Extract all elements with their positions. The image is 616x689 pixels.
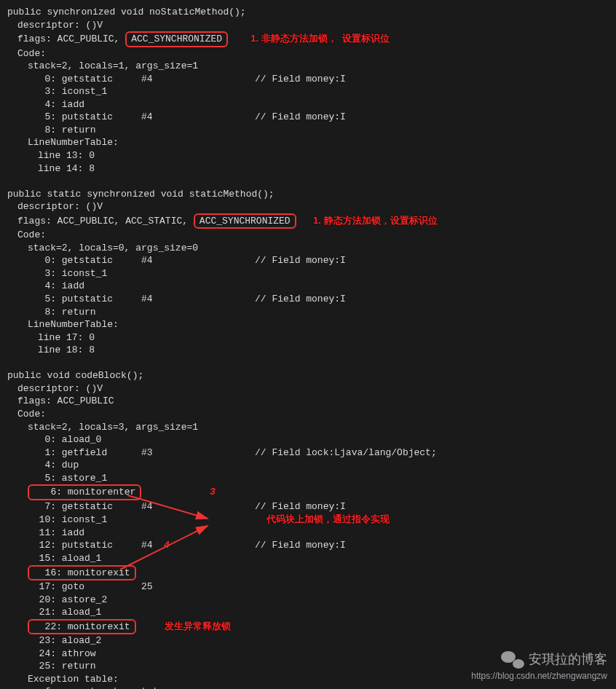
m1-ln1: line 14: 8 — [7, 162, 609, 176]
m2-l2: 4: iadd — [7, 280, 609, 293]
m3-exh: from to target type — [7, 685, 609, 689]
watermark-name: 安琪拉的博客 — [529, 650, 607, 668]
m3-monitorenter-box: 6: monitorenter — [28, 484, 141, 500]
m2-l1: 3: iconst_1 — [7, 267, 609, 280]
arrow-num-4: 4 — [164, 539, 170, 552]
m3-flags: flags: ACC_PUBLIC — [7, 395, 609, 408]
m3-l14: 22: monitorexit 发生异常释放锁 — [7, 619, 609, 635]
m3-l10: 16: monitorexit — [7, 565, 609, 581]
m3-ex-anno: 发生异常释放锁 — [165, 621, 231, 631]
watermark: 安琪拉的博客 https://blog.csdn.net/zhengwangzw — [471, 650, 607, 682]
m2-ln1: line 18: 8 — [7, 344, 609, 357]
m3-l8: 12: putstatic #4 // Field money:I4 — [7, 539, 609, 552]
m2-l3: 5: putstatic #4 // Field money:I — [7, 293, 609, 306]
m3-monitorexit1-box: 16: monitorexit — [28, 565, 136, 581]
m1-ln0: line 13: 0 — [7, 149, 609, 162]
m1-flags-box: ACC_SYNCHRONIZED — [125, 31, 228, 47]
m3-desc: descriptor: ()V — [7, 382, 609, 395]
m2-sig: public static synchronized void staticMe… — [7, 188, 609, 201]
m3-l5: 7: getstatic #4 // Field money:I — [7, 500, 609, 513]
m1-l4: 8: return — [7, 124, 609, 137]
m2-l0: 0: getstatic #4 // Field money:I — [7, 254, 609, 267]
wechat-icon — [501, 650, 524, 669]
m1-l2: 4: iadd — [7, 98, 609, 111]
m1-sig: public synchronized void noStaticMethod(… — [7, 6, 609, 19]
m1-desc: descriptor: ()V — [7, 19, 609, 32]
m1-anno: 1. 非静态方法加锁， 设置标识位 — [250, 33, 390, 44]
m3-l12: 20: astore_2 — [7, 594, 609, 607]
m2-l4: 8: return — [7, 306, 609, 319]
m3-stack: stack=2, locals=3, args_size=1 — [7, 421, 609, 434]
m3-l11: 17: goto 25 — [7, 580, 609, 594]
m1-flags-prefix: flags: ACC_PUBLIC, — [17, 34, 125, 44]
arrow-num-3: 3 — [210, 487, 216, 497]
m3-l15: 23: aload_2 — [7, 634, 609, 647]
m3-l7: 11: iadd — [7, 527, 609, 540]
m3-sig: public void codeBlock(); — [7, 369, 609, 382]
m1-flags: flags: ACC_PUBLIC, ACC_SYNCHRONIZED 1. 非… — [7, 31, 609, 47]
m3-l3: 5: astore_1 — [7, 472, 609, 485]
watermark-url: https://blog.csdn.net/zhengwangzw — [471, 670, 607, 682]
m2-stack: stack=2, locals=0, args_size=0 — [7, 242, 609, 255]
m1-l0: 0: getstatic #4 // Field money:I — [7, 73, 609, 86]
m1-lnt: LineNumberTable: — [7, 136, 609, 149]
m2-ln0: line 17: 0 — [7, 331, 609, 344]
m2-flags-box: ACC_SYNCHRONIZED — [194, 213, 296, 229]
m2-flags: flags: ACC_PUBLIC, ACC_STATIC, ACC_SYNCH… — [7, 213, 609, 229]
m3-l9: 15: aload_1 — [7, 552, 609, 565]
m2-flags-prefix: flags: ACC_PUBLIC, ACC_STATIC, — [17, 216, 194, 227]
m3-l13: 21: aload_1 — [7, 606, 609, 619]
m1-l1: 3: iconst_1 — [7, 85, 609, 98]
m2-anno: 1. 静态方法加锁，设置标识位 — [313, 215, 437, 226]
m2-desc: descriptor: ()V — [7, 200, 609, 213]
m3-l0: 0: aload_0 — [7, 433, 609, 446]
m2-lnt: LineNumberTable: — [7, 318, 609, 331]
m3-code: Code: — [7, 408, 609, 421]
m1-stack: stack=2, locals=1, args_size=1 — [7, 60, 609, 73]
m3-l2: 4: dup — [7, 459, 609, 472]
m2-code: Code: — [7, 229, 609, 242]
m3-block-anno: 代码块上加锁，通过指令实现 — [266, 513, 390, 524]
m3-l6: 10: iconst_1 代码块上加锁，通过指令实现 — [7, 513, 609, 527]
m3-l4: 6: monitorenter 3 — [7, 484, 609, 500]
m1-l3: 5: putstatic #4 // Field money:I — [7, 111, 609, 124]
m3-monitorexit2-box: 22: monitorexit — [28, 619, 136, 635]
m3-l1: 1: getfield #3 // Field lock:Ljava/lang/… — [7, 446, 609, 460]
m1-code: Code: — [7, 47, 609, 60]
